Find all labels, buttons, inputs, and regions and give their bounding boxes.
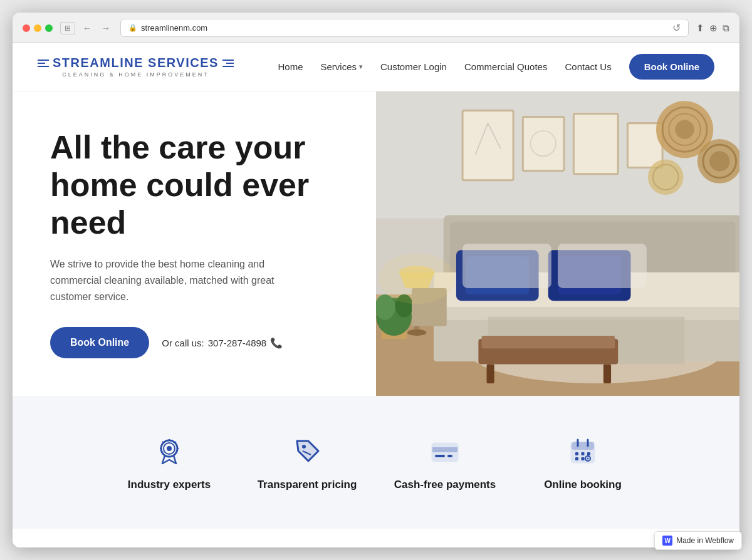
svg-line-53: [162, 442, 164, 443]
tabs-button[interactable]: ⧉: [723, 23, 729, 34]
svg-point-71: [587, 458, 589, 460]
feature-item-payments: Cash-free payments: [376, 433, 514, 491]
calendar-icon: [565, 433, 600, 469]
svg-point-46: [379, 253, 455, 304]
logo-lines-left: [38, 60, 49, 67]
tag-icon: [290, 433, 325, 469]
address-bar[interactable]: 🔒 streamlinenm.com ↺: [120, 19, 689, 37]
svg-point-40: [407, 329, 426, 336]
hero-section: All the care your home could ever need W…: [13, 91, 739, 396]
svg-rect-67: [587, 452, 590, 455]
svg-rect-69: [582, 457, 585, 460]
lock-icon: 🔒: [128, 24, 137, 32]
logo-line-1: [38, 60, 49, 61]
share-button[interactable]: ⬆: [696, 23, 704, 34]
traffic-lights: [23, 24, 53, 32]
webflow-badge: W Made in Webflow: [654, 531, 742, 550]
svg-rect-59: [435, 455, 445, 457]
logo-line-r2: [226, 63, 234, 64]
logo-subtitle: CLEANING & HOME IMPROVEMENT: [62, 71, 209, 78]
svg-rect-66: [582, 452, 585, 455]
feature-item-booking: Online booking: [514, 433, 652, 491]
maximize-button[interactable]: [45, 24, 53, 32]
svg-rect-8: [523, 117, 564, 171]
close-button[interactable]: [23, 24, 30, 32]
svg-point-15: [675, 120, 694, 139]
logo-text: STREAMLINE SERVICES: [38, 56, 234, 70]
reload-icon[interactable]: ↺: [672, 22, 681, 34]
nav-links: Home Services ▾ Customer Login Commercia…: [278, 54, 714, 80]
browser-controls: ⊞ ← →: [60, 22, 113, 34]
nav-customer-login[interactable]: Customer Login: [380, 61, 447, 72]
features-section: Industry experts Transparent pricing: [13, 396, 739, 529]
new-tab-button[interactable]: ⊕: [709, 23, 718, 34]
page-content: STREAMLINE SERVICES CLEANING & HOME IMPR…: [13, 43, 739, 547]
bedroom-illustration: [376, 91, 739, 396]
card-icon: [427, 433, 462, 469]
hero-content: All the care your home could ever need W…: [13, 91, 376, 396]
award-icon: [152, 433, 187, 469]
svg-rect-5: [462, 110, 513, 180]
url-text: streamlinenm.com: [141, 23, 207, 33]
feature-label-pricing: Transparent pricing: [258, 479, 357, 491]
browser-actions: ⬆ ⊕ ⧉: [696, 23, 729, 34]
phone-number: 307-287-4898: [208, 338, 266, 348]
logo-lines-right: [222, 60, 234, 67]
nav-services[interactable]: Services ▾: [320, 61, 363, 72]
webflow-label: Made in Webflow: [676, 536, 734, 545]
hero-subtitle: We strive to provide the best home clean…: [50, 256, 301, 304]
chevron-down-icon: ▾: [359, 63, 363, 71]
nav-commercial-quotes[interactable]: Commercial Quotes: [464, 61, 548, 72]
hero-title: All the care your home could ever need: [50, 129, 351, 241]
navbar: STREAMLINE SERVICES CLEANING & HOME IMPR…: [13, 43, 739, 91]
svg-rect-35: [487, 365, 494, 383]
svg-rect-32: [558, 244, 647, 288]
logo: STREAMLINE SERVICES CLEANING & HOME IMPR…: [38, 56, 234, 78]
svg-point-18: [709, 151, 729, 171]
forward-button[interactable]: →: [99, 22, 113, 34]
logo-line-r1: [222, 60, 234, 61]
nav-home[interactable]: Home: [278, 61, 303, 72]
logo-line-3: [38, 66, 49, 67]
phone-icon: 📞: [270, 337, 283, 349]
logo-name: STREAMLINE SERVICES: [53, 56, 219, 70]
svg-rect-31: [462, 244, 551, 288]
logo-line-r3: [222, 66, 234, 67]
call-prefix: Or call us:: [162, 338, 204, 348]
svg-rect-68: [575, 457, 578, 460]
svg-rect-10: [573, 113, 618, 174]
logo-line-2: [38, 63, 45, 64]
call-text: Or call us: 307-287-4898 📞: [162, 337, 283, 349]
svg-rect-36: [603, 365, 611, 383]
feature-label-experts: Industry experts: [128, 479, 211, 491]
hero-cta: Book Online Or call us: 307-287-4898 📞: [50, 327, 351, 358]
svg-point-55: [302, 445, 306, 449]
feature-label-payments: Cash-free payments: [394, 479, 496, 491]
svg-rect-65: [575, 452, 578, 455]
webflow-w-icon: W: [662, 536, 672, 546]
back-button[interactable]: ←: [80, 22, 94, 34]
svg-point-49: [167, 446, 172, 451]
hero-book-button[interactable]: Book Online: [50, 327, 149, 358]
browser-window: ⊞ ← → 🔒 streamlinenm.com ↺ ⬆ ⊕ ⧉: [13, 13, 739, 547]
svg-rect-58: [432, 447, 457, 452]
svg-rect-60: [447, 455, 452, 457]
hero-image: [376, 91, 739, 396]
nav-book-online-button[interactable]: Book Online: [629, 54, 714, 80]
svg-line-51: [175, 442, 176, 443]
minimize-button[interactable]: [34, 24, 41, 32]
svg-rect-62: [572, 442, 594, 450]
feature-label-booking: Online booking: [544, 479, 622, 491]
browser-chrome: ⊞ ← → 🔒 streamlinenm.com ↺ ⬆ ⊕ ⧉: [13, 13, 739, 43]
feature-item-experts: Industry experts: [100, 433, 238, 491]
feature-item-pricing: Transparent pricing: [238, 433, 376, 491]
svg-rect-34: [481, 336, 615, 348]
nav-contact-us[interactable]: Contact Us: [565, 61, 611, 72]
window-layout-button[interactable]: ⊞: [60, 22, 75, 34]
